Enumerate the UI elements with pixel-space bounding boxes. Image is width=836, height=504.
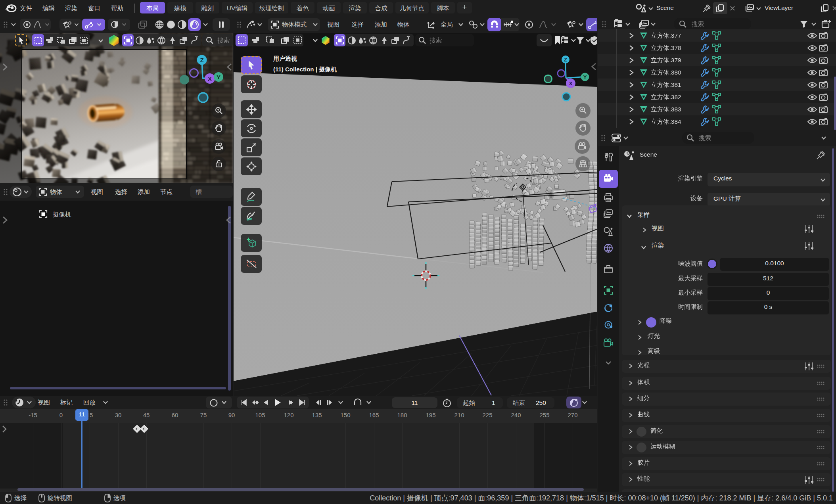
svg-text:Y: Y <box>583 74 587 80</box>
svg-text:Z: Z <box>200 57 203 63</box>
svg-text:X: X <box>208 75 212 82</box>
svg-text:Z: Z <box>564 57 567 63</box>
svg-text:Y: Y <box>217 74 221 80</box>
svg-text:X: X <box>569 80 573 86</box>
